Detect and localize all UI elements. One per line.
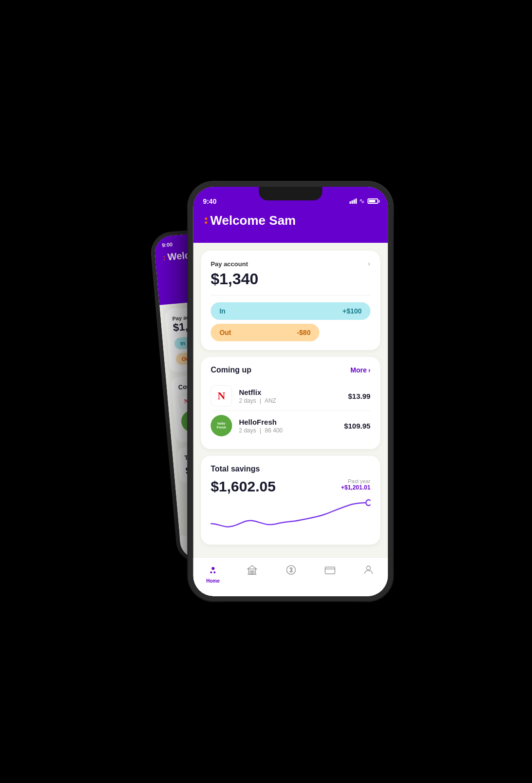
pay-account-label: Pay account	[210, 260, 248, 268]
back-status-time: 9:00	[162, 241, 173, 248]
past-year-value: +$1,201.01	[341, 484, 370, 491]
hellofresh-amount: $109.95	[344, 422, 370, 430]
welcome-dots-icon	[205, 217, 207, 224]
person-icon	[362, 564, 375, 576]
card-divider	[210, 295, 370, 295]
home-dots-icon	[210, 567, 216, 573]
hellofresh-logo: helloFresh	[210, 415, 232, 436]
bottom-nav: Home	[193, 557, 388, 596]
svg-rect-1	[250, 571, 252, 574]
netflix-transaction[interactable]: N Netflix 2 days | ANZ $13.99	[210, 381, 370, 411]
pay-account-card[interactable]: Pay account › $1,340 In +$100 Out -$80	[201, 251, 380, 350]
hellofresh-name: HelloFresh	[239, 418, 337, 426]
hellofresh-info: HelloFresh 2 days | 86 400	[239, 418, 337, 434]
expense-label: Out	[219, 329, 231, 336]
welcome-text: Welcome Sam	[210, 213, 296, 228]
hellofresh-transaction[interactable]: helloFresh HelloFresh 2 days | 86 400 $1…	[210, 411, 370, 440]
more-chevron-icon: ›	[368, 366, 371, 374]
income-label: In	[219, 307, 225, 315]
phone-front: 9:40 ∿ Welcome S	[188, 182, 393, 601]
netflix-bank: ANZ	[265, 397, 276, 404]
coming-up-section: Coming up More › N Netflix 2 days | AN	[201, 357, 380, 449]
account-chevron-icon[interactable]: ›	[368, 259, 370, 268]
nav-dollar[interactable]	[285, 564, 297, 578]
svg-rect-2	[253, 571, 254, 574]
netflix-sub: 2 days | ANZ	[239, 397, 341, 404]
welcome-greeting: Welcome Sam	[205, 213, 376, 228]
app-content: Pay account › $1,340 In +$100 Out -$80	[193, 243, 388, 561]
savings-past-year: Past year +$1,201.01	[341, 478, 370, 491]
svg-rect-4	[325, 567, 335, 574]
svg-point-0	[366, 500, 370, 506]
nav-bank[interactable]	[246, 564, 259, 578]
more-button[interactable]: More ›	[350, 366, 370, 374]
income-bar: In +$100	[210, 302, 370, 320]
status-icons: ∿	[349, 197, 378, 205]
hellofresh-logo-text: helloFresh	[217, 422, 226, 430]
netflix-info: Netflix 2 days | ANZ	[239, 388, 341, 404]
savings-title: Total savings	[210, 465, 370, 473]
netflix-name: Netflix	[239, 388, 341, 396]
app-header: Welcome Sam	[193, 208, 388, 243]
signal-bars-icon	[349, 198, 357, 204]
income-value: +$100	[342, 307, 361, 315]
savings-chart	[210, 497, 370, 536]
status-time: 9:40	[203, 197, 216, 205]
hellofresh-bank: 86 400	[265, 427, 283, 434]
expense-bar: Out -$80	[210, 324, 319, 341]
expense-value: -$80	[297, 329, 310, 336]
back-in-label: In	[180, 340, 186, 347]
in-out-bars: In +$100 Out -$80	[210, 302, 370, 341]
hellofresh-days: 2 days	[239, 427, 256, 434]
nav-home[interactable]: Home	[206, 564, 220, 584]
card-icon	[323, 564, 336, 576]
nav-person[interactable]	[362, 564, 375, 578]
hellofresh-sub: 2 days | 86 400	[239, 427, 337, 434]
coming-up-header: Coming up More ›	[210, 366, 370, 374]
savings-section: Total savings $1,602.05 Past year +$1,20…	[201, 456, 380, 545]
bank-icon	[246, 564, 259, 576]
netflix-days: 2 days	[239, 397, 256, 404]
savings-amount: $1,602.05	[210, 478, 275, 495]
coming-up-title: Coming up	[210, 366, 251, 374]
home-nav-label: Home	[206, 578, 220, 584]
more-label: More	[350, 366, 366, 374]
nav-card[interactable]	[323, 564, 336, 578]
netflix-logo: N	[210, 385, 232, 407]
svg-point-5	[367, 566, 371, 570]
front-notch	[259, 187, 322, 200]
home-icon	[207, 564, 219, 576]
dollar-circle-icon	[285, 564, 297, 576]
past-year-label: Past year	[341, 478, 370, 484]
wifi-icon: ∿	[359, 197, 365, 205]
battery-icon	[367, 198, 378, 204]
pay-account-amount: $1,340	[210, 270, 370, 288]
netflix-amount: $13.99	[348, 392, 371, 400]
